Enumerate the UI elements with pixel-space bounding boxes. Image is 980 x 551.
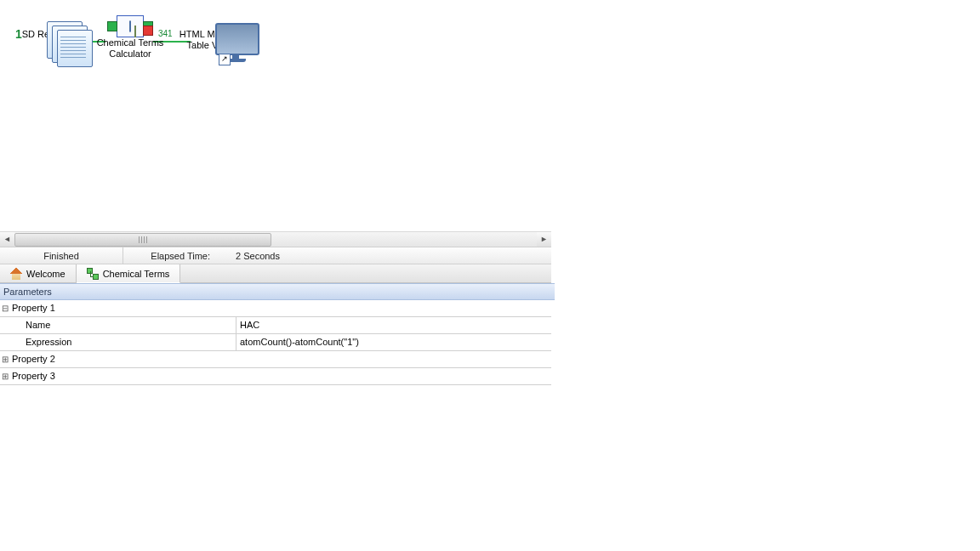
- param-key: Name: [10, 317, 236, 333]
- node-sd-reader[interactable]: SD Reader: [7, 15, 83, 40]
- calculator-icon: [129, 21, 131, 31]
- expand-icon[interactable]: ⊞: [0, 355, 10, 364]
- collapse-icon[interactable]: ⊟: [0, 304, 10, 313]
- port-in-icon[interactable]: [107, 21, 117, 31]
- node-html-table-viewer[interactable]: ↗ HTML Molecular Table Viewer: [175, 15, 252, 51]
- param-row-expression[interactable]: Expression atomCount()-atomCount("1"): [0, 334, 551, 351]
- tab-welcome-label: Welcome: [26, 269, 66, 279]
- expand-icon[interactable]: ⊞: [0, 372, 10, 381]
- param-value[interactable]: HAC: [236, 317, 551, 333]
- param-value[interactable]: atomCount()-atomCount("1"): [236, 334, 551, 350]
- param-row-property-1[interactable]: ⊟ Property 1: [0, 300, 551, 317]
- param-row-property-2[interactable]: ⊞ Property 2: [0, 351, 551, 368]
- workflow-canvas[interactable]: 1 341 341 SD Reader: [0, 0, 551, 231]
- home-icon: [10, 268, 22, 280]
- tab-chemical-terms-label: Chemical Terms: [103, 269, 170, 279]
- param-row-property-3[interactable]: ⊞ Property 3: [0, 368, 551, 385]
- tab-chemical-terms[interactable]: Chemical Terms: [77, 264, 181, 283]
- port-err-icon[interactable]: [143, 26, 153, 36]
- status-state: Finished: [0, 251, 122, 261]
- tab-welcome[interactable]: Welcome: [0, 264, 77, 282]
- param-key: Property 2: [10, 351, 236, 367]
- status-bar: Finished Elapsed Time: 2 Seconds: [0, 247, 551, 264]
- param-key: Property 3: [10, 368, 236, 384]
- status-elapsed-value: 2 Seconds: [220, 251, 290, 261]
- canvas-hscrollbar[interactable]: ◄ ►: [0, 231, 551, 247]
- node-chem-calc-label: Chemical Terms Calculator: [92, 37, 168, 60]
- scroll-thumb[interactable]: [14, 233, 271, 247]
- scroll-right-arrow-icon[interactable]: ►: [537, 232, 551, 247]
- status-elapsed-label: Elapsed Time:: [123, 251, 220, 261]
- parameters-header: Parameters: [0, 283, 555, 300]
- scroll-left-arrow-icon[interactable]: ◄: [0, 232, 14, 247]
- param-key: Property 1: [10, 300, 236, 316]
- param-row-name[interactable]: Name HAC: [0, 317, 551, 334]
- node-chemical-terms-calculator[interactable]: Chemical Terms Calculator: [92, 15, 168, 60]
- flow-icon: [87, 268, 99, 280]
- shortcut-arrow-icon: ↗: [219, 54, 231, 65]
- tab-bar: Welcome Chemical Terms: [0, 264, 551, 283]
- param-key: Expression: [10, 334, 236, 350]
- parameters-grid: ⊟ Property 1 Name HAC Expression atomCou…: [0, 300, 551, 385]
